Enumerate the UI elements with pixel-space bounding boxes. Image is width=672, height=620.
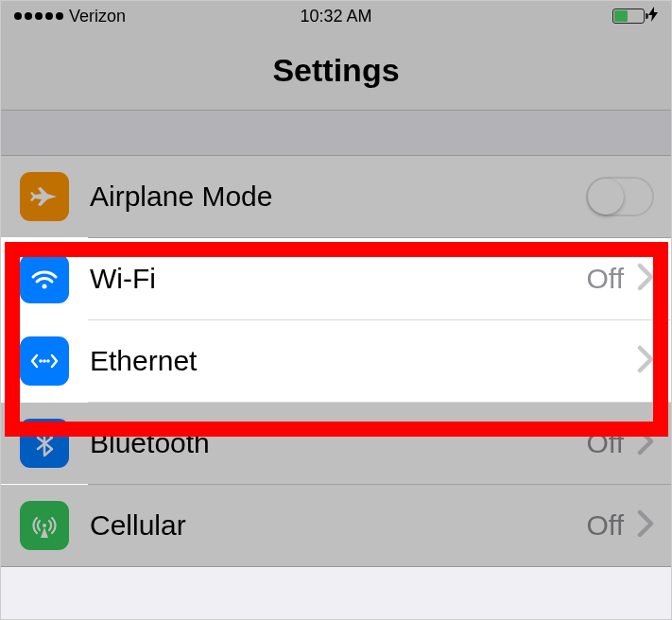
- wifi-icon: [20, 254, 69, 303]
- row-label: Cellular: [90, 509, 574, 542]
- status-left: Verizon: [14, 7, 126, 26]
- toggle-knob: [588, 179, 624, 215]
- airplane-mode-toggle[interactable]: [586, 177, 654, 216]
- ethernet-icon: [20, 336, 69, 386]
- status-time: 10:32 AM: [300, 7, 371, 26]
- chevron-right-icon: [637, 427, 654, 459]
- row-value: Off: [587, 263, 624, 295]
- airplane-icon: [20, 172, 69, 221]
- cellular-icon: [20, 501, 69, 550]
- chevron-right-icon: [637, 345, 654, 377]
- row-label: Wi-Fi: [90, 263, 574, 295]
- section-gap: [1, 111, 671, 156]
- signal-strength-icon: [14, 12, 63, 20]
- battery-icon: [612, 9, 645, 24]
- row-wifi[interactable]: Wi-Fi Off: [1, 238, 671, 319]
- svg-point-1: [39, 359, 43, 363]
- status-bar: Verizon 10:32 AM: [1, 1, 671, 31]
- svg-point-0: [43, 284, 47, 289]
- page-title: Settings: [272, 52, 399, 89]
- chevron-right-icon: [637, 263, 654, 295]
- row-label: Airplane Mode: [90, 181, 573, 213]
- carrier-label: Verizon: [69, 7, 126, 26]
- row-value: Off: [587, 509, 624, 542]
- svg-point-4: [43, 524, 46, 527]
- row-bluetooth[interactable]: Bluetooth Off: [1, 403, 671, 484]
- row-ethernet[interactable]: Ethernet: [1, 320, 671, 402]
- row-value: Off: [587, 427, 624, 459]
- navbar: Settings: [1, 31, 671, 111]
- svg-point-2: [43, 359, 46, 363]
- row-airplane-mode[interactable]: Airplane Mode: [1, 156, 671, 237]
- row-cellular[interactable]: Cellular Off: [1, 485, 671, 566]
- row-label: Ethernet: [90, 345, 624, 377]
- chevron-right-icon: [637, 509, 654, 542]
- status-right: [612, 7, 658, 26]
- svg-point-3: [46, 359, 50, 363]
- bluetooth-icon: [20, 419, 69, 468]
- charging-icon: [648, 7, 658, 26]
- row-label: Bluetooth: [90, 427, 574, 459]
